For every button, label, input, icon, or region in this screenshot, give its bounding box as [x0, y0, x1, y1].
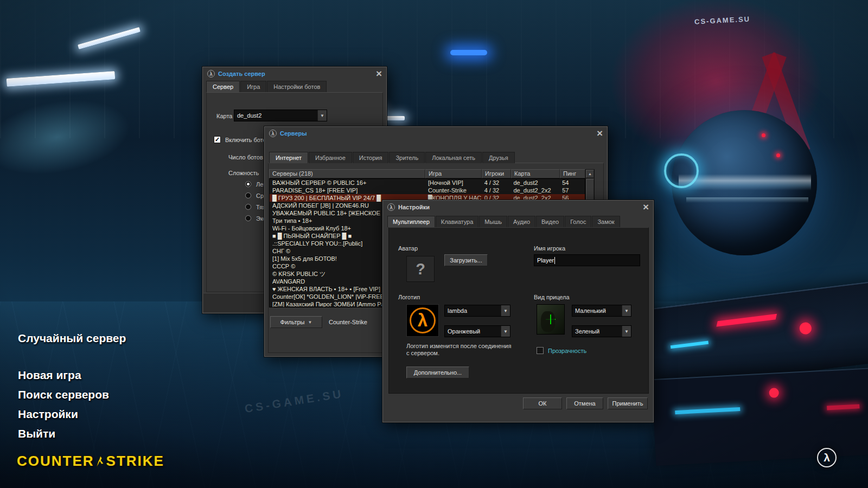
server-players: 4 / 32: [482, 187, 511, 194]
advanced-button[interactable]: Дополнительно...: [406, 367, 469, 378]
tab-lan[interactable]: Локальная сеть: [425, 152, 482, 163]
crosshair-size-dropdown[interactable]: Маленький: [572, 305, 631, 317]
chevron-down-icon[interactable]: [501, 326, 510, 337]
logo-color-dropdown[interactable]: Оранжевый: [444, 325, 510, 337]
tab-multiplayer[interactable]: Мультиплеер: [387, 216, 435, 227]
server-list-header: Серверы (218) Игра Игроки Карта Пинг: [269, 169, 585, 178]
map-dropdown-value: de_dust2: [234, 110, 317, 121]
servers-tabs: Интернет Избранное История Зритель Локал…: [269, 152, 515, 163]
menu-item-options[interactable]: Настройки: [18, 408, 126, 421]
logo-select-dropdown[interactable]: lambda: [444, 305, 510, 317]
menu-item-new-game[interactable]: Новая игра: [18, 369, 126, 382]
tab-video[interactable]: Видео: [536, 216, 564, 227]
tab-favorites[interactable]: Избранное: [309, 152, 352, 163]
menu-item-find-servers[interactable]: Поиск серверов: [18, 388, 126, 401]
map-dropdown[interactable]: de_dust2: [234, 110, 327, 121]
column-header-map[interactable]: Карта: [511, 169, 560, 178]
window-title: Настройки: [398, 204, 430, 210]
tab-game[interactable]: Игра: [240, 81, 266, 92]
server-name: ВАЖНЫЙ СЕРВЕР © PUBLIC 16+: [270, 179, 425, 187]
column-header-game[interactable]: Игра: [425, 169, 482, 178]
chevron-down-icon[interactable]: [501, 305, 510, 316]
tab-friends[interactable]: Друзья: [482, 152, 515, 163]
crosshair-label: Вид прицела: [534, 294, 570, 300]
enable-bots-label: Включить ботов: [225, 137, 269, 143]
logo-select-value: lambda: [445, 305, 501, 316]
spray-logo-label: Логотип: [398, 294, 420, 300]
scroll-up-icon[interactable]: ▲: [586, 170, 594, 178]
crosshair-preview: [537, 304, 565, 335]
map-label: Карта: [216, 113, 232, 119]
filters-button-label: Фильтры: [280, 319, 305, 325]
bot-count-label: Число ботов: [228, 154, 263, 160]
difficulty-radio-normal[interactable]: [245, 192, 251, 198]
avatar-label: Аватар: [398, 245, 418, 252]
close-icon[interactable]: [643, 203, 649, 211]
chevron-down-icon[interactable]: [317, 110, 327, 121]
chevron-down-icon[interactable]: [622, 305, 631, 316]
lambda-icon: [817, 448, 837, 467]
window-title: Серверы: [280, 130, 307, 137]
player-name-input[interactable]: Player: [534, 254, 640, 266]
transparency-label: Прозрачность: [548, 348, 586, 354]
server-row[interactable]: ВАЖНЫЙ СЕРВЕР © PUBLIC 16+ [Ночной VIP] …: [270, 179, 585, 187]
counter-strike-logo: COUNTER STRIKE: [17, 453, 164, 470]
tab-spectate[interactable]: Зритель: [389, 152, 425, 163]
tab-audio[interactable]: Аудио: [508, 216, 535, 227]
filters-button[interactable]: Фильтры ▼: [270, 316, 322, 328]
server-name: PARADISE_CS 18+ [FREE VIP]: [270, 187, 425, 194]
tab-history[interactable]: История: [353, 152, 389, 163]
scrollbar-thumb[interactable]: [586, 179, 594, 202]
avatar-placeholder-glyph: ?: [416, 260, 425, 278]
close-icon[interactable]: [376, 70, 382, 78]
lambda-icon: [269, 130, 277, 137]
difficulty-radio-easy[interactable]: [245, 181, 251, 187]
upload-button-label: Загрузить...: [450, 257, 482, 264]
servers-titlebar[interactable]: Серверы: [265, 127, 607, 140]
server-row[interactable]: PARADISE_CS 18+ [FREE VIP] Counter-Strik…: [270, 187, 585, 194]
tab-bot-settings[interactable]: Настройки ботов: [267, 81, 327, 92]
ok-button-label: ОК: [539, 400, 547, 407]
tab-keyboard[interactable]: Клавиатура: [436, 216, 479, 227]
tab-internet[interactable]: Интернет: [269, 152, 308, 163]
menu-item-random-server[interactable]: Случайный сервер: [18, 332, 126, 345]
settings-tabs: Мультиплеер Клавиатура Мышь Аудио Видео …: [387, 216, 620, 227]
enable-bots-row: Включить ботов: [214, 136, 269, 143]
server-ping: 54: [559, 179, 585, 187]
tab-voice[interactable]: Голос: [565, 216, 591, 227]
chevron-down-icon: ▼: [308, 320, 312, 325]
crosshair-size-value: Маленький: [572, 305, 622, 316]
server-map: de_dust2_2x2: [510, 187, 559, 194]
window-title: Создать сервер: [218, 70, 265, 77]
ok-button[interactable]: ОК: [523, 397, 562, 409]
lambda-icon: [387, 203, 395, 211]
chevron-down-icon[interactable]: [622, 326, 631, 337]
apply-button[interactable]: Применить: [608, 397, 648, 409]
avatar: ?: [406, 256, 435, 282]
player-name-label: Имя игрока: [534, 245, 565, 252]
crosshair-color-dropdown[interactable]: Зеленый: [572, 325, 631, 337]
tab-lock[interactable]: Замок: [592, 216, 620, 227]
server-players: 4 / 32: [482, 179, 511, 187]
difficulty-label: Сложность: [228, 170, 259, 176]
difficulty-radio-hard[interactable]: [245, 204, 251, 210]
lambda-icon: [207, 70, 215, 78]
enable-bots-checkbox[interactable]: [214, 136, 221, 143]
difficulty-radio-expert[interactable]: [245, 215, 251, 221]
column-header-servers[interactable]: Серверы (218): [269, 169, 425, 178]
menu-item-quit[interactable]: Выйти: [18, 427, 126, 440]
upload-avatar-button[interactable]: Загрузить...: [444, 254, 488, 266]
cancel-button[interactable]: Отмена: [566, 397, 603, 409]
tab-mouse[interactable]: Мышь: [479, 216, 507, 227]
tab-server[interactable]: Сервер: [206, 81, 240, 92]
column-header-players[interactable]: Игроки: [482, 169, 511, 178]
column-header-ping[interactable]: Пинг: [560, 169, 585, 178]
create-server-titlebar[interactable]: Создать сервер: [203, 67, 386, 80]
lambda-icon: λ: [418, 310, 427, 331]
game-filter-value: Counter-Strike: [329, 319, 367, 325]
spray-logo-preview: λ: [406, 304, 439, 337]
logo-note-text: Логотип изменится после соединения с сер…: [406, 343, 514, 357]
close-icon[interactable]: [597, 130, 603, 138]
settings-titlebar[interactable]: Настройки: [383, 201, 653, 214]
transparency-checkbox[interactable]: [537, 347, 544, 354]
